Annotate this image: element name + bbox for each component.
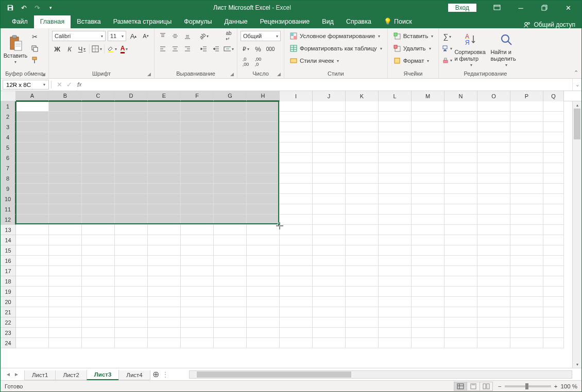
column-header[interactable]: L (379, 91, 412, 101)
cell[interactable] (280, 204, 313, 215)
cell[interactable] (148, 204, 181, 215)
cell[interactable] (247, 297, 280, 307)
zoom-in-button[interactable]: + (554, 383, 558, 389)
cell[interactable] (313, 153, 346, 163)
scrollbar-thumb[interactable] (574, 109, 580, 139)
row-header[interactable]: 4 (1, 132, 16, 142)
cell[interactable] (16, 297, 49, 307)
select-all-corner[interactable] (1, 91, 16, 101)
row-header[interactable]: 20 (1, 297, 16, 307)
cell[interactable] (510, 338, 543, 348)
cell[interactable] (379, 225, 412, 235)
cell[interactable] (346, 276, 379, 287)
cell[interactable] (543, 173, 564, 184)
cell[interactable] (477, 276, 510, 287)
cell[interactable] (214, 307, 247, 317)
cell[interactable] (49, 317, 82, 328)
normal-view-icon[interactable] (454, 382, 467, 391)
cell[interactable] (82, 276, 115, 287)
cell[interactable] (247, 235, 280, 245)
cell[interactable] (16, 153, 49, 163)
cell[interactable] (82, 328, 115, 338)
cell[interactable] (510, 122, 543, 132)
cell[interactable] (379, 297, 412, 307)
close-icon[interactable]: ✕ (557, 2, 579, 13)
cell[interactable] (148, 297, 181, 307)
cell[interactable] (444, 338, 477, 348)
cell[interactable] (346, 256, 379, 266)
row-header[interactable]: 8 (1, 173, 16, 184)
cell[interactable] (543, 142, 564, 153)
sheet-tab[interactable]: Лист3 (87, 370, 119, 380)
cell[interactable] (412, 338, 444, 348)
cell[interactable] (49, 215, 82, 225)
cell[interactable] (543, 297, 564, 307)
cell[interactable] (379, 266, 412, 276)
cell[interactable] (313, 245, 346, 256)
decrease-font-icon[interactable]: A▾ (141, 31, 151, 41)
cell[interactable] (477, 266, 510, 276)
cell[interactable] (379, 256, 412, 266)
column-header[interactable]: M (412, 91, 444, 101)
cell[interactable] (412, 307, 444, 317)
cell[interactable] (247, 101, 280, 112)
cell[interactable] (181, 132, 214, 142)
cell[interactable] (82, 256, 115, 266)
cell[interactable] (148, 153, 181, 163)
cell[interactable] (444, 215, 477, 225)
cell[interactable] (181, 112, 214, 122)
cell[interactable] (313, 287, 346, 297)
vertical-scrollbar[interactable]: ▴ ▾ (572, 101, 581, 368)
cell[interactable] (379, 163, 412, 173)
fx-icon[interactable]: fx (77, 79, 84, 91)
cell[interactable] (247, 215, 280, 225)
cell[interactable] (115, 101, 148, 112)
cell[interactable] (510, 204, 543, 215)
fill-icon[interactable] (442, 43, 452, 54)
cut-icon[interactable]: ✂ (29, 31, 40, 42)
cell[interactable] (115, 132, 148, 142)
scroll-down-icon[interactable]: ▾ (573, 361, 581, 368)
cell[interactable] (181, 101, 214, 112)
clear-icon[interactable] (442, 55, 452, 65)
cell[interactable] (412, 328, 444, 338)
align-center-icon[interactable] (170, 44, 180, 54)
cell[interactable] (181, 194, 214, 204)
tab-split-handle[interactable]: ⋮ (162, 371, 168, 378)
cell[interactable] (280, 132, 313, 142)
cell[interactable] (346, 101, 379, 112)
cell[interactable] (477, 328, 510, 338)
cell[interactable] (115, 173, 148, 184)
wrap-text-icon[interactable]: ab↵ (224, 31, 234, 41)
zoom-slider[interactable] (505, 385, 551, 387)
cell[interactable] (543, 184, 564, 194)
cell[interactable] (181, 256, 214, 266)
cell[interactable] (115, 142, 148, 153)
cell[interactable] (280, 266, 313, 276)
cell[interactable] (477, 317, 510, 328)
redo-icon[interactable]: ↷ (31, 2, 43, 13)
row-header[interactable]: 13 (1, 225, 16, 235)
cell[interactable] (313, 173, 346, 184)
cell[interactable] (280, 194, 313, 204)
cell[interactable] (115, 338, 148, 348)
cell[interactable] (313, 317, 346, 328)
column-header[interactable]: D (115, 91, 148, 101)
cell[interactable] (477, 235, 510, 245)
row-header[interactable]: 24 (1, 338, 16, 348)
align-left-icon[interactable] (158, 44, 168, 54)
cell[interactable] (477, 112, 510, 122)
decrease-indent-icon[interactable] (199, 44, 209, 54)
cell[interactable] (148, 101, 181, 112)
collapse-ribbon-icon[interactable]: ⌃ (574, 69, 578, 76)
cell[interactable] (379, 317, 412, 328)
cell[interactable] (247, 194, 280, 204)
cell[interactable] (412, 276, 444, 287)
cell[interactable] (477, 204, 510, 215)
cell[interactable] (49, 276, 82, 287)
cell[interactable] (181, 266, 214, 276)
cell[interactable] (346, 163, 379, 173)
cancel-edit-icon[interactable]: ✕ (57, 81, 62, 88)
cell[interactable] (16, 338, 49, 348)
cell[interactable] (280, 276, 313, 287)
